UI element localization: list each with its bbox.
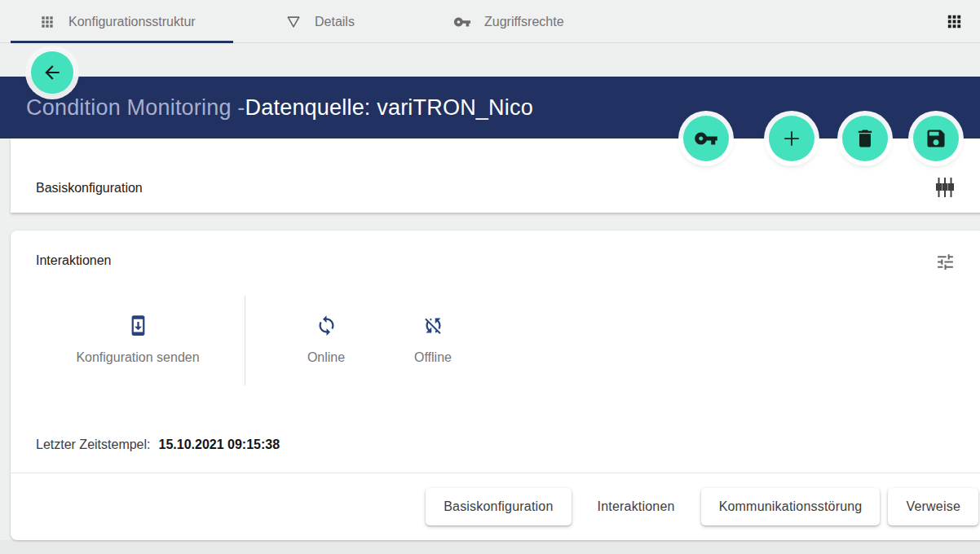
- vertical-sliders-icon[interactable]: [934, 176, 956, 199]
- tab-label: Zugriffsrechte: [484, 15, 564, 29]
- back-button[interactable]: [31, 51, 73, 94]
- apps-grid-icon: [39, 14, 55, 30]
- card-title: Interaktionen: [36, 253, 112, 268]
- last-timestamp: Letzter Zeitstempel:15.10.2021 09:15:38: [36, 437, 280, 452]
- add-button[interactable]: [769, 116, 814, 161]
- access-rights-button[interactable]: [683, 116, 729, 161]
- tab-label: Details: [315, 15, 355, 29]
- sync-disabled-icon: [422, 314, 444, 336]
- tab-konfigurationsstruktur[interactable]: Konfigurationsstruktur: [39, 0, 196, 43]
- divider: [245, 296, 245, 385]
- plus-icon: [779, 126, 804, 151]
- page-title-prefix: Condition Monitoring -: [26, 95, 245, 121]
- page-title-main: Datenquelle: variTRON_Nico: [245, 95, 533, 121]
- tab-zugriffsrechte[interactable]: Zugriffsrechte: [453, 0, 564, 43]
- timestamp-label: Letzter Zeitstempel:: [36, 437, 151, 451]
- online-button[interactable]: Online: [273, 308, 379, 386]
- apps-grid-icon[interactable]: [945, 12, 964, 31]
- footer-button-verweise[interactable]: Verweise: [888, 488, 978, 525]
- footer-button-interaktionen[interactable]: Interaktionen: [594, 488, 678, 525]
- delete-button[interactable]: [842, 116, 888, 161]
- tab-label: Konfigurationsstruktur: [68, 15, 196, 29]
- save-button[interactable]: [913, 116, 959, 161]
- section-title: Basiskonfiguration: [36, 181, 143, 196]
- arrow-back-icon: [42, 62, 63, 83]
- offline-button[interactable]: Offline: [380, 308, 486, 386]
- save-icon: [925, 127, 947, 150]
- tab-details[interactable]: Details: [285, 0, 355, 43]
- sync-icon: [316, 314, 338, 336]
- key-icon: [453, 13, 471, 31]
- footer-button-kommunikationsstoerung[interactable]: Kommunikationsstörung: [701, 488, 881, 525]
- active-tab-indicator: [11, 41, 233, 43]
- action-label: Offline: [414, 350, 452, 365]
- action-label: Konfiguration senden: [76, 350, 199, 365]
- trash-icon: [854, 127, 876, 150]
- filter-icon: [285, 14, 302, 30]
- section-nav-footer: Basiskonfiguration Interaktionen Kommuni…: [11, 473, 980, 540]
- tab-bar: Konfigurationsstruktur Details Zugriffsr…: [0, 0, 980, 43]
- bottom-strip: [0, 540, 980, 554]
- footer-button-basiskonfiguration[interactable]: Basiskonfiguration: [426, 488, 571, 525]
- basiskonfiguration-section: Basiskonfiguration: [11, 138, 980, 213]
- page-title: Condition Monitoring - Datenquelle: vari…: [26, 77, 533, 138]
- key-icon: [694, 126, 718, 151]
- send-config-icon: [127, 314, 149, 336]
- page-header: Condition Monitoring - Datenquelle: vari…: [0, 77, 980, 138]
- action-label: Online: [307, 350, 345, 365]
- timestamp-value: 15.10.2021 09:15:38: [159, 437, 280, 451]
- interaktionen-card: Interaktionen Konfiguration senden Onlin…: [11, 231, 980, 540]
- tune-sliders-icon[interactable]: [935, 252, 956, 272]
- konfiguration-senden-button[interactable]: Konfiguration senden: [36, 308, 240, 386]
